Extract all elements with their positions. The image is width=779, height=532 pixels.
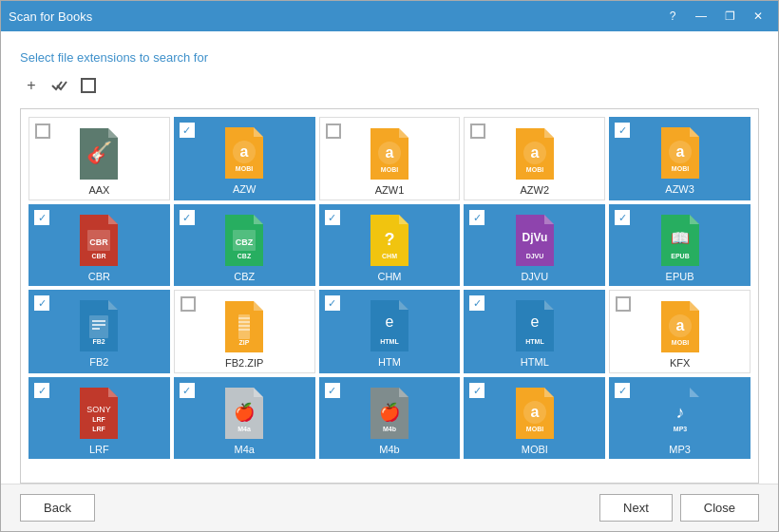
file-checkbox: ✓	[615, 210, 630, 225]
file-item[interactable]: ✓ e HTML HTM	[319, 290, 461, 373]
help-button[interactable]: ?	[660, 7, 685, 26]
restore-button[interactable]: ❐	[717, 7, 742, 26]
close-dialog-button[interactable]: Close	[680, 494, 759, 522]
svg-text:DjVu: DjVu	[522, 231, 547, 244]
file-icon: 📖 EPUB	[652, 210, 709, 271]
svg-text:a: a	[675, 317, 684, 333]
svg-text:♪: ♪	[675, 403, 684, 422]
file-checkbox: ✓	[180, 383, 195, 398]
file-item[interactable]: ZIP FB2.ZIP	[174, 290, 315, 373]
file-name: M4b	[379, 444, 399, 455]
svg-text:a: a	[530, 404, 539, 420]
file-item[interactable]: a MOBI AZW1	[319, 117, 461, 200]
svg-text:🍎: 🍎	[234, 402, 256, 423]
file-checkbox	[35, 124, 50, 139]
add-button[interactable]: +	[20, 74, 43, 97]
svg-text:FB2: FB2	[93, 338, 105, 345]
svg-text:CHM: CHM	[382, 253, 397, 259]
file-item[interactable]: 🎸AAX	[28, 117, 170, 200]
file-name: AZW3	[665, 183, 694, 195]
file-item[interactable]: ✓ FB2 FB2	[28, 290, 170, 373]
file-item[interactable]: ✓ a MOBI AZW3	[609, 117, 750, 200]
file-checkbox: ✓	[615, 383, 630, 398]
svg-text:SONY: SONY	[87, 405, 112, 414]
square-button[interactable]	[77, 74, 100, 97]
file-name: EPUB	[666, 271, 694, 282]
svg-text:MOBI: MOBI	[236, 165, 253, 172]
file-icon: a MOBI	[506, 124, 563, 184]
file-checkbox: ✓	[34, 295, 49, 311]
svg-text:CBR: CBR	[90, 238, 109, 247]
file-checkbox: ✓	[325, 210, 340, 225]
footer-right-buttons: Next Close	[599, 494, 759, 522]
file-item[interactable]: a MOBI AZW2	[464, 117, 605, 200]
file-item[interactable]: a MOBI KFX	[609, 290, 750, 373]
svg-rect-0	[82, 79, 95, 92]
svg-text:MP3: MP3	[673, 426, 687, 432]
svg-text:MOBI: MOBI	[381, 166, 398, 173]
file-item[interactable]: ✓ a MOBI MOBI	[464, 377, 605, 459]
svg-text:🎸: 🎸	[86, 140, 113, 165]
file-name: MOBI	[522, 444, 548, 455]
file-item[interactable]: ✓ CBZ CBZ CBZ	[174, 204, 315, 286]
svg-text:e: e	[386, 314, 394, 330]
close-button[interactable]: ✕	[746, 7, 770, 26]
file-item[interactable]: ✓ DjVu DJVU DJVU	[464, 204, 605, 286]
file-name: FB2	[89, 356, 108, 368]
next-button[interactable]: Next	[599, 494, 673, 522]
file-name: LRF	[89, 444, 109, 455]
svg-text:HTML: HTML	[525, 338, 544, 345]
file-checkbox: ✓	[34, 210, 49, 225]
check-all-icon	[51, 79, 68, 92]
main-window: Scan for Books ? — ❐ ✕ Select file exten…	[0, 0, 779, 532]
svg-text:DJVU: DJVU	[525, 253, 543, 259]
file-name: MP3	[669, 444, 691, 455]
file-grid: 🎸AAX✓ a MOBI AZW a MOBI AZW1 a MOBI AZW2	[21, 109, 758, 466]
file-item[interactable]: ✓ ♪ MP3 MP3	[609, 377, 750, 459]
svg-text:MOBI: MOBI	[671, 165, 688, 172]
file-name: AAX	[88, 184, 109, 196]
file-item[interactable]: ✓ 📖 EPUB EPUB	[609, 204, 750, 286]
svg-text:LRF: LRF	[93, 416, 106, 423]
file-icon: CBZ CBZ	[216, 210, 273, 271]
file-name: CBZ	[234, 271, 255, 282]
check-all-button[interactable]	[48, 74, 71, 97]
svg-rect-26	[89, 315, 108, 338]
file-item[interactable]: ✓ ? CHM CHM	[319, 204, 461, 286]
file-checkbox: ✓	[469, 383, 484, 398]
svg-text:M4a: M4a	[238, 426, 251, 432]
svg-text:a: a	[530, 144, 539, 161]
file-checkbox: ✓	[180, 123, 195, 138]
file-icon: e HTML	[506, 295, 563, 356]
svg-text:a: a	[675, 143, 684, 160]
file-icon: ? CHM	[361, 210, 418, 271]
file-item[interactable]: ✓ e HTML HTML	[464, 290, 605, 373]
file-item[interactable]: ✓ 🍎 M4b M4b	[319, 377, 461, 459]
file-name: HTML	[521, 356, 549, 368]
content-area: Select file extensions to search for + 🎸…	[1, 31, 778, 484]
file-name: CBR	[88, 271, 110, 282]
back-button[interactable]: Back	[20, 494, 95, 522]
svg-text:LRF: LRF	[93, 426, 106, 432]
file-checkbox: ✓	[615, 123, 630, 138]
file-item[interactable]: ✓ a MOBI AZW	[174, 117, 315, 200]
file-name: AZW	[233, 183, 256, 195]
file-grid-container[interactable]: 🎸AAX✓ a MOBI AZW a MOBI AZW1 a MOBI AZW2	[20, 108, 759, 484]
file-item[interactable]: ✓ 🍎 M4a M4a	[174, 377, 315, 459]
file-checkbox	[180, 296, 196, 312]
minimize-button[interactable]: —	[689, 7, 713, 26]
footer: Back Next Close	[1, 484, 778, 531]
file-item[interactable]: ✓ SONY LRF LRF LRF	[28, 377, 170, 459]
file-icon: CBR CBR	[70, 210, 127, 271]
file-checkbox: ✓	[469, 210, 484, 225]
file-name: DJVU	[521, 271, 548, 282]
file-icon: a MOBI	[652, 123, 709, 183]
file-item[interactable]: ✓ CBR CBR CBR	[28, 204, 170, 286]
file-checkbox	[470, 124, 485, 139]
file-icon: a MOBI	[652, 296, 709, 357]
file-name: HTM	[378, 356, 401, 368]
file-icon: SONY LRF LRF	[70, 383, 127, 444]
svg-text:a: a	[240, 143, 249, 160]
file-name: KFX	[670, 357, 690, 369]
file-checkbox: ✓	[469, 295, 484, 311]
